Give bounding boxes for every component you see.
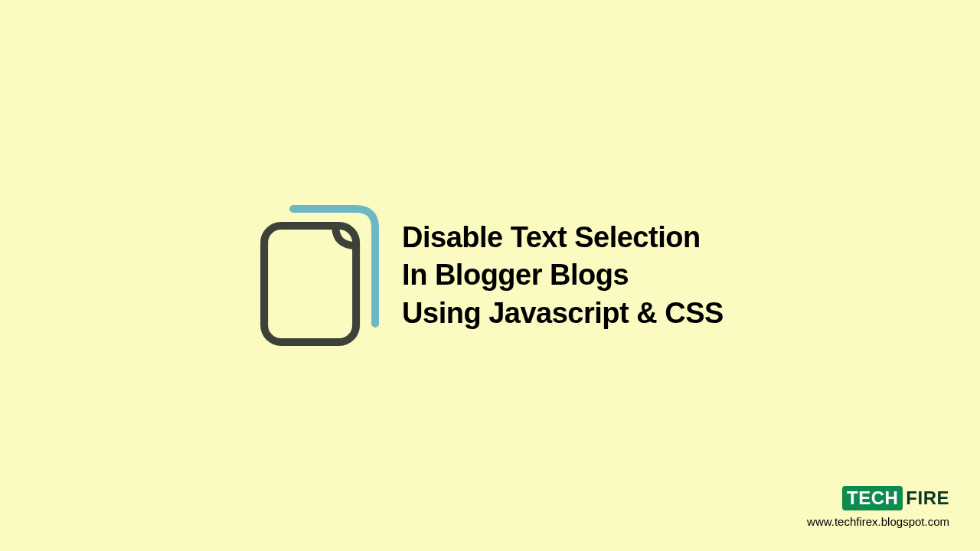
document-copy-icon xyxy=(256,203,379,348)
brand-fire-label: FIRE xyxy=(903,487,949,508)
headline-line-2: In Blogger Blogs xyxy=(402,256,724,294)
main-content: Disable Text Selection In Blogger Blogs … xyxy=(256,203,724,348)
brand-logo: TECHFIRE xyxy=(842,486,949,510)
brand-tech-label: TECH xyxy=(842,486,903,510)
headline-text: Disable Text Selection In Blogger Blogs … xyxy=(402,219,724,332)
footer-brand: TECHFIRE www.techfirex.blogspot.com xyxy=(807,486,949,528)
brand-url: www.techfirex.blogspot.com xyxy=(807,515,949,528)
headline-line-1: Disable Text Selection xyxy=(402,219,724,256)
headline-line-3: Using Javascript & CSS xyxy=(402,295,724,332)
